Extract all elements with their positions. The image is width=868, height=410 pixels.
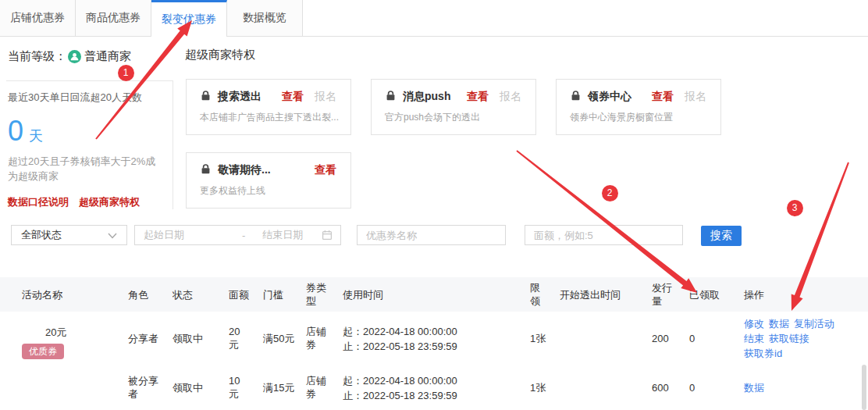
tab-shop-coupon[interactable]: 店铺优惠券 bbox=[0, 0, 76, 36]
tab-product-coupon[interactable]: 商品优惠券 bbox=[76, 0, 151, 36]
col-threshold: 门槛 bbox=[260, 288, 303, 301]
current-level-label: 当前等级： bbox=[8, 49, 66, 64]
signup-link[interactable]: 报名 bbox=[685, 90, 706, 104]
action-data-link[interactable]: 数据 bbox=[744, 382, 764, 394]
privileges-title: 超级商家特权 bbox=[185, 48, 255, 62]
amount-value: 10元 bbox=[229, 374, 247, 401]
col-coupon-type: 券类型 bbox=[303, 281, 340, 308]
claimed-cell: 0 bbox=[686, 381, 741, 395]
coupon-type-cell: 店铺券 bbox=[303, 325, 340, 352]
activity-name: 20元 bbox=[45, 326, 66, 340]
actions-cell: 修改数据复制活动结束获取链接获取券id bbox=[741, 316, 844, 361]
metric-days-number: 0 bbox=[8, 117, 23, 145]
col-limit: 限领 bbox=[527, 281, 557, 308]
panel-links: 数据口径说明 超级商家特权 bbox=[8, 195, 168, 209]
table-row: 20元 优质券 分享者 领取中 20元 满50元 店铺券 起：2022-04-1… bbox=[0, 312, 868, 365]
coupon-type-cell: 店铺券 bbox=[303, 374, 340, 401]
step-number-badge: 3 bbox=[787, 200, 803, 216]
chevron-down-icon bbox=[108, 230, 117, 241]
date-range-picker[interactable]: 起始日期 - 结束日期 bbox=[134, 225, 341, 245]
col-coupon-type-label: 券类型 bbox=[306, 281, 327, 308]
coupon-name-input[interactable] bbox=[357, 225, 506, 245]
privilege-card-coming-soon: 敬请期待... 查看 更多权益待上线 bbox=[186, 152, 351, 209]
col-limit-label: 限领 bbox=[530, 281, 541, 308]
calendar-icon bbox=[322, 230, 333, 241]
quality-coupon-badge: 优质券 bbox=[22, 344, 64, 359]
card-description: 领券中心海景房橱窗位置 bbox=[557, 104, 720, 124]
card-description: 更多权益待上线 bbox=[187, 177, 350, 198]
date-end-placeholder: 结束日期 bbox=[262, 228, 303, 242]
card-description: 官方push会场下的透出 bbox=[372, 104, 535, 124]
vertical-scrollbar-thumb[interactable] bbox=[862, 365, 866, 410]
metric-days-unit: 天 bbox=[29, 127, 43, 145]
card-title: 搜索透出 bbox=[218, 90, 282, 104]
action-edit-link[interactable]: 修改 bbox=[744, 318, 764, 330]
return-flow-panel: 最近30天单日回流超20人天数 0 天 超过20天且子券核销率大于2%成为超级商… bbox=[6, 80, 173, 209]
lock-icon bbox=[200, 90, 212, 104]
action-get-coupon-id-link[interactable]: 获取券id bbox=[744, 348, 782, 359]
col-issued: 发行量 bbox=[649, 281, 686, 308]
action-copy-activity-link[interactable]: 复制活动 bbox=[794, 318, 834, 330]
table-header: 活动名称 角色 状态 面额 门槛 券类型 使用时间 限领 开始透出时间 发行量 … bbox=[0, 277, 868, 312]
status-cell: 领取中 bbox=[169, 332, 226, 346]
metric-label: 最近30天单日回流超20人天数 bbox=[8, 91, 168, 105]
tab-data-overview[interactable]: 数据概览 bbox=[227, 0, 303, 36]
amount-value: 20元 bbox=[229, 325, 247, 351]
date-separator: - bbox=[242, 230, 245, 241]
actions-cell: 数据 bbox=[741, 380, 844, 395]
view-link[interactable]: 查看 bbox=[282, 90, 304, 104]
time-start: 起：2022-04-18 00:00:00 bbox=[343, 324, 527, 339]
amount-cell: 20元 bbox=[226, 325, 260, 352]
step-number-badge: 1 bbox=[118, 65, 134, 81]
action-get-link-link[interactable]: 获取链接 bbox=[769, 333, 809, 344]
amount-cell: 10元 bbox=[226, 374, 260, 401]
action-end-link[interactable]: 结束 bbox=[744, 333, 764, 344]
coupon-type-value: 店铺券 bbox=[306, 325, 327, 351]
super-merchant-privilege-link[interactable]: 超级商家特权 bbox=[79, 195, 140, 209]
view-link[interactable]: 查看 bbox=[652, 90, 674, 104]
view-link[interactable]: 查看 bbox=[315, 163, 336, 177]
role-cell: 被分享者 bbox=[125, 374, 169, 401]
time-end: 止：2022-05-18 23:59:59 bbox=[343, 339, 527, 354]
role-value: 被分享者 bbox=[128, 374, 163, 401]
search-button[interactable]: 搜索 bbox=[701, 226, 742, 246]
step-number-badge: 2 bbox=[602, 185, 618, 201]
limit-cell: 1张 bbox=[527, 332, 557, 346]
status-select-value: 全部状态 bbox=[21, 228, 62, 242]
col-actions: 操作 bbox=[741, 288, 868, 301]
metric-value: 0 天 bbox=[8, 117, 168, 145]
time-start: 起：2022-04-18 00:00:00 bbox=[343, 373, 527, 388]
time-end: 止：2022-05-18 23:59:59 bbox=[343, 388, 527, 403]
signup-link[interactable]: 报名 bbox=[500, 90, 521, 104]
col-activity-name: 活动名称 bbox=[0, 288, 125, 301]
col-use-time: 使用时间 bbox=[340, 288, 527, 301]
tab-label: 店铺优惠券 bbox=[10, 11, 65, 25]
use-time-cell: 起：2022-04-18 00:00:00 止：2022-05-18 23:59… bbox=[340, 324, 527, 354]
activity-cell: 20元 优质券 bbox=[0, 312, 125, 365]
status-select[interactable]: 全部状态 bbox=[11, 225, 127, 245]
card-head: 领券中心 查看 报名 bbox=[557, 80, 720, 104]
card-head: 搜索透出 查看 报名 bbox=[187, 80, 350, 104]
status-cell: 领取中 bbox=[169, 381, 226, 395]
lock-icon bbox=[385, 90, 397, 104]
card-title: 敬请期待... bbox=[218, 163, 315, 177]
action-data-link[interactable]: 数据 bbox=[769, 318, 789, 330]
data-caliber-link[interactable]: 数据口径说明 bbox=[8, 195, 69, 209]
issued-cell: 200 bbox=[649, 332, 686, 346]
amount-input[interactable] bbox=[525, 225, 683, 245]
col-role: 角色 bbox=[125, 288, 169, 301]
card-head: 敬请期待... 查看 bbox=[187, 153, 350, 177]
table-row: 被分享者 领取中 10元 满15元 店铺券 起：2022-04-18 00:00… bbox=[0, 365, 868, 410]
signup-link[interactable]: 报名 bbox=[315, 90, 336, 104]
threshold-cell: 满50元 bbox=[260, 332, 303, 346]
col-claimed: 已领取 bbox=[686, 288, 741, 301]
privilege-card-search-expose: 搜索透出 查看 报名 本店铺非广告商品主搜下透出裂... bbox=[186, 79, 351, 135]
lock-icon bbox=[570, 90, 582, 104]
tab-fission-coupon[interactable]: 裂变优惠券 bbox=[151, 0, 227, 36]
view-link[interactable]: 查看 bbox=[467, 90, 489, 104]
red-arrow bbox=[516, 150, 697, 293]
col-status: 状态 bbox=[169, 288, 226, 301]
metric-note: 超过20天且子券核销率大于2%成为超级商家 bbox=[8, 154, 164, 184]
coupon-type-value: 店铺券 bbox=[306, 374, 327, 401]
current-level: 当前等级： 普通商家 bbox=[8, 49, 131, 64]
